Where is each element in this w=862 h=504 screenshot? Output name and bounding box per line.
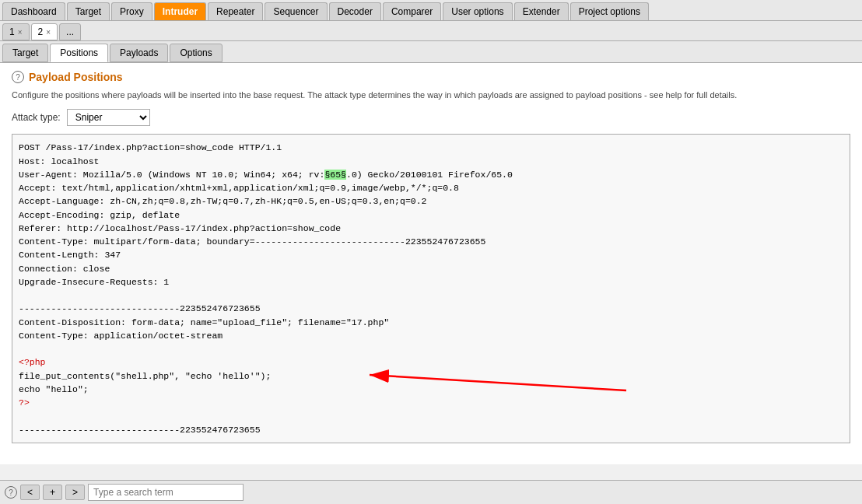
tab-intruder[interactable]: Intruder (154, 2, 206, 20)
req-line-4: Accept: text/html,application/xhtml+xml,… (19, 183, 459, 193)
subtab-1[interactable]: 1 × (2, 23, 30, 40)
subtab-1-close[interactable]: × (18, 28, 23, 37)
req-line-6: Accept-Encoding: gzip, deflate (19, 210, 180, 220)
search-input[interactable] (88, 484, 244, 501)
section-tab-target[interactable]: Target (2, 44, 48, 62)
section-tab-options[interactable]: Options (170, 44, 222, 62)
tab-extender[interactable]: Extender (514, 2, 569, 20)
nav-prev-button[interactable]: < (20, 485, 40, 500)
req-line-5: Accept-Language: zh-CN,zh;q=0.8,zh-TW;q=… (19, 196, 427, 206)
section-tab-positions[interactable]: Positions (50, 44, 108, 62)
section-tab-payloads[interactable]: Payloads (110, 44, 168, 62)
tab-dashboard[interactable]: Dashboard (2, 2, 65, 20)
req-line-13: Content-Disposition: form-data; name="up… (19, 317, 389, 327)
req-line-14: Content-Type: application/octet-stream (19, 331, 223, 341)
subtab-2-close[interactable]: × (46, 28, 51, 37)
req-php-line1: file_put_contents("shell.php", "echo 'he… (19, 371, 271, 381)
req-line-15: ------------------------------2235524767… (19, 425, 261, 435)
main-content-area: ? Payload Positions Configure the positi… (0, 63, 862, 464)
req-line-2: Host: localhost (19, 156, 100, 166)
intruder-subtab-bar: 1 × 2 × ... (0, 21, 862, 41)
req-line-blank3 (19, 411, 24, 421)
tab-user-options[interactable]: User options (443, 2, 512, 20)
request-area[interactable]: POST /Pass-17/index.php?action=show_code… (12, 134, 850, 443)
req-line-11: Upgrade-Insecure-Requests: 1 (19, 277, 169, 287)
tab-target[interactable]: Target (67, 2, 110, 20)
section-tab-bar: Target Positions Payloads Options (0, 41, 862, 63)
req-line-3: User-Agent: Mozilla/5.0 (Windows NT 10.0… (19, 170, 513, 180)
subtab-2[interactable]: 2 × (31, 23, 58, 40)
tab-comparer[interactable]: Comparer (383, 2, 441, 20)
top-nav-bar: Dashboard Target Proxy Intruder Repeater… (0, 0, 862, 21)
section-header: ? Payload Positions (12, 71, 850, 83)
tab-decoder[interactable]: Decoder (329, 2, 381, 20)
attack-type-select[interactable]: Sniper Battering ram Pitchfork Cluster b… (67, 109, 150, 126)
tab-sequencer[interactable]: Sequencer (265, 2, 327, 20)
req-php-open: <?php (19, 357, 46, 367)
section-help-icon[interactable]: ? (12, 71, 24, 83)
tab-project-options[interactable]: Project options (570, 2, 649, 20)
attack-type-label: Attack type: (12, 112, 61, 123)
bottom-bar: ? < + > (0, 480, 862, 504)
req-line-1: POST /Pass-17/index.php?action=show_code… (19, 142, 282, 152)
tab-proxy[interactable]: Proxy (111, 2, 152, 20)
req-line-8: Content-Type: multipart/form-data; bound… (19, 236, 485, 247)
req-php-line2: echo "hello"; (19, 384, 89, 394)
section-description: Configure the positions where payloads w… (12, 89, 850, 101)
nav-next-button[interactable]: > (65, 485, 85, 500)
req-line-blank2 (19, 344, 24, 354)
section-title: Payload Positions (29, 71, 123, 83)
request-wrapper: POST /Pass-17/index.php?action=show_code… (12, 134, 850, 443)
req-php-close: ?> (19, 397, 30, 408)
nav-add-button[interactable]: + (43, 485, 62, 500)
payload-marker: §65§ (324, 170, 346, 180)
req-line-10: Connection: close (19, 264, 110, 274)
bottom-help-icon[interactable]: ? (5, 486, 17, 499)
subtab-1-label: 1 (9, 26, 15, 37)
req-line-9: Content-Length: 347 (19, 250, 121, 260)
req-line-7: Referer: http://localhost/Pass-17/index.… (19, 223, 341, 233)
subtab-more[interactable]: ... (59, 23, 81, 40)
req-line-12: ------------------------------2235524767… (19, 303, 261, 313)
subtab-2-label: 2 (38, 26, 44, 37)
attack-type-row: Attack type: Sniper Battering ram Pitchf… (12, 109, 850, 126)
req-line-blank1 (19, 290, 24, 300)
tab-repeater[interactable]: Repeater (208, 2, 263, 20)
